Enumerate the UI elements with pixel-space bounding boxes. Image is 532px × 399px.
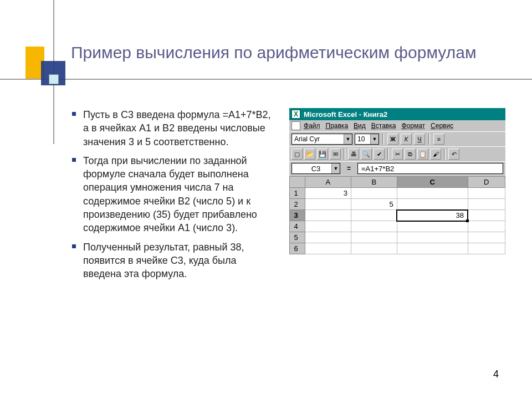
- font-name: Arial Cyr: [294, 135, 320, 143]
- cell-c2[interactable]: [397, 199, 468, 210]
- row-header-4[interactable]: 4: [290, 221, 305, 232]
- cell-c3[interactable]: 38: [397, 210, 468, 221]
- page-number: 4: [493, 369, 499, 380]
- undo-icon[interactable]: ↶: [448, 149, 459, 160]
- cell-a6[interactable]: [305, 243, 351, 254]
- toolbar-separator: [382, 134, 384, 145]
- row-header-3[interactable]: 3: [290, 210, 305, 221]
- save-icon[interactable]: 💾: [317, 149, 328, 160]
- copy-icon[interactable]: ⧉: [405, 149, 416, 160]
- menu-file[interactable]: Файл: [304, 122, 320, 130]
- cell-d2[interactable]: [468, 199, 505, 210]
- print-icon[interactable]: 🖶: [348, 149, 359, 160]
- menu-edit[interactable]: Правка: [326, 122, 349, 130]
- excel-window-title: Microsoft Excel - Книга2: [304, 110, 387, 119]
- cell-b1[interactable]: [351, 188, 397, 199]
- open-icon[interactable]: 📂: [304, 149, 315, 160]
- chevron-down-icon: ▼: [370, 134, 378, 144]
- slide-title: Пример вычисления по арифметическим форм…: [71, 42, 492, 63]
- font-size-combo[interactable]: 10 ▼: [355, 134, 379, 145]
- cell-d1[interactable]: [468, 188, 505, 199]
- select-all-corner[interactable]: [290, 177, 305, 188]
- excel-menu-bar: Файл Правка Вид Вставка Формат Сервис: [289, 120, 505, 131]
- cell-a5[interactable]: [305, 232, 351, 243]
- bold-button[interactable]: Ж: [387, 134, 398, 145]
- chevron-down-icon: ▼: [331, 163, 340, 173]
- col-header-d[interactable]: D: [468, 177, 505, 188]
- cell-c1[interactable]: [397, 188, 468, 199]
- cell-a3[interactable]: [305, 210, 351, 221]
- cell-d3[interactable]: [468, 210, 505, 221]
- font-size: 10: [357, 135, 365, 143]
- bullet-item: Тогда при вычислении по заданной формуле…: [71, 154, 276, 235]
- row-header-1[interactable]: 1: [290, 188, 305, 199]
- toolbar-separator: [387, 149, 389, 160]
- chevron-down-icon: ▼: [344, 134, 352, 144]
- underline-button[interactable]: Ч: [414, 134, 425, 145]
- preview-icon[interactable]: 🔍: [361, 149, 372, 160]
- cell-d6[interactable]: [468, 243, 505, 254]
- spellcheck-icon[interactable]: ✔: [374, 149, 385, 160]
- equals-label: =: [345, 165, 353, 172]
- col-header-a[interactable]: A: [305, 177, 351, 188]
- cell-a2[interactable]: [305, 199, 351, 210]
- cell-b5[interactable]: [351, 232, 397, 243]
- bullet-list: Пусть в C3 введена формула =А1+7*В2, а в…: [71, 108, 276, 287]
- excel-logo-icon: X: [291, 110, 300, 119]
- cell-d5[interactable]: [468, 232, 505, 243]
- excel-standard-toolbar: ▢ 📂 💾 ✉ 🖶 🔍 ✔ ✂ ⧉ 📋 🖌 ↶: [289, 146, 505, 161]
- cell-c6[interactable]: [397, 243, 468, 254]
- document-icon: [291, 121, 300, 130]
- menu-view[interactable]: Вид: [354, 122, 366, 130]
- cell-b2[interactable]: 5: [351, 199, 397, 210]
- cell-d4[interactable]: [468, 221, 505, 232]
- col-header-c[interactable]: C: [397, 177, 468, 188]
- name-box[interactable]: C3 ▼: [291, 163, 340, 174]
- cell-b6[interactable]: [351, 243, 397, 254]
- format-painter-icon[interactable]: 🖌: [430, 149, 441, 160]
- toolbar-separator: [444, 149, 446, 160]
- excel-grid: A B C D 1 3 2 5: [289, 176, 505, 254]
- excel-formula-bar: C3 ▼ = =A1+7*B2: [289, 161, 505, 176]
- col-header-b[interactable]: B: [351, 177, 397, 188]
- name-box-value: C3: [311, 165, 321, 173]
- formula-input[interactable]: =A1+7*B2: [357, 163, 503, 174]
- formula-text: =A1+7*B2: [361, 165, 394, 173]
- row-header-6[interactable]: 6: [290, 243, 305, 254]
- row-header-2[interactable]: 2: [290, 199, 305, 210]
- font-combo[interactable]: Arial Cyr ▼: [291, 134, 352, 145]
- menu-format[interactable]: Формат: [401, 122, 425, 130]
- slide-decoration: [13, 35, 74, 96]
- cell-a1[interactable]: 3: [305, 188, 351, 199]
- bullet-item: Полученный результат, равный 38, появитс…: [71, 241, 276, 281]
- cell-a4[interactable]: [305, 221, 351, 232]
- cell-b3[interactable]: [351, 210, 397, 221]
- cell-c4[interactable]: [397, 221, 468, 232]
- excel-format-toolbar: Arial Cyr ▼ 10 ▼ Ж К Ч ≡: [289, 131, 505, 146]
- cut-icon[interactable]: ✂: [392, 149, 403, 160]
- row-header-5[interactable]: 5: [290, 232, 305, 243]
- paste-icon[interactable]: 📋: [417, 149, 428, 160]
- toolbar-separator: [428, 134, 430, 145]
- align-button[interactable]: ≡: [433, 134, 444, 145]
- cell-b4[interactable]: [351, 221, 397, 232]
- toolbar-separator: [344, 149, 345, 160]
- excel-screenshot: X Microsoft Excel - Книга2 Файл Правка В…: [289, 108, 505, 287]
- excel-title-bar: X Microsoft Excel - Книга2: [289, 108, 505, 120]
- italic-button[interactable]: К: [401, 134, 412, 145]
- cell-c5[interactable]: [397, 232, 468, 243]
- new-icon[interactable]: ▢: [291, 149, 303, 160]
- menu-insert[interactable]: Вставка: [371, 122, 396, 130]
- menu-tools[interactable]: Сервис: [431, 122, 453, 130]
- bullet-item: Пусть в C3 введена формула =А1+7*В2, а в…: [71, 108, 276, 149]
- mail-icon[interactable]: ✉: [330, 149, 341, 160]
